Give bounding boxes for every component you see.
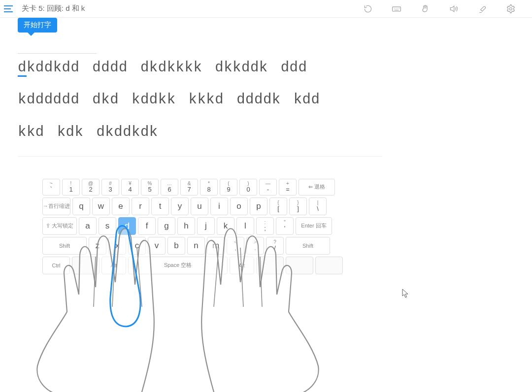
- key-6[interactable]: …6: [161, 179, 178, 196]
- key-[[interactable]: {[: [269, 197, 287, 215]
- typing-word: kkd: [18, 124, 44, 140]
- typing-word: kdk: [57, 124, 84, 140]
- key-9[interactable]: (9: [220, 179, 237, 196]
- typing-word: kkkd: [189, 92, 224, 108]
- key-`[interactable]: ~`: [42, 179, 60, 196]
- key-shift-right[interactable]: Shift: [286, 237, 330, 255]
- key-m[interactable]: m: [207, 237, 225, 255]
- key-u[interactable]: u: [191, 197, 208, 215]
- key-p[interactable]: p: [250, 197, 267, 215]
- top-bar: 关卡 5: 回顾: d 和 k: [0, 0, 532, 18]
- virtual-keyboard: ~`!1@2#3¥4%5…6&7*8(9)0—-+=⇐ 退格 →首行缩进qwer…: [42, 179, 343, 274]
- key-,[interactable]: <,: [227, 237, 244, 255]
- key-capslock[interactable]: ⇪ 大写锁定: [42, 217, 77, 235]
- key--[interactable]: —-: [259, 179, 277, 196]
- key-x[interactable]: x: [108, 237, 126, 255]
- mouse-cursor-icon: [402, 289, 409, 298]
- key-8[interactable]: *8: [200, 179, 218, 196]
- key-h[interactable]: h: [177, 217, 195, 235]
- key-ctrl-left[interactable]: Ctrl: [42, 257, 70, 274]
- key-3[interactable]: #3: [101, 179, 119, 196]
- restart-icon[interactable]: [363, 3, 373, 14]
- key-\[interactable]: |\: [309, 197, 327, 215]
- key-q[interactable]: q: [72, 197, 90, 215]
- key-;[interactable]: :;: [256, 217, 274, 235]
- key-c[interactable]: c: [128, 237, 146, 255]
- svg-rect-0: [393, 6, 401, 11]
- key-shift-left[interactable]: Shift: [42, 237, 87, 255]
- key-'[interactable]: "': [276, 217, 294, 235]
- typing-word: dkddkdk: [96, 124, 158, 140]
- key-e[interactable]: e: [112, 197, 130, 215]
- typing-word: ddddk: [236, 92, 281, 108]
- settings-icon[interactable]: [505, 3, 516, 14]
- menu-icon[interactable]: [4, 3, 15, 14]
- key-o[interactable]: o: [230, 197, 248, 215]
- typing-word: dkd: [92, 92, 119, 108]
- typing-word: ddd: [281, 60, 307, 76]
- key-i[interactable]: i: [210, 197, 228, 215]
- typing-text: dkddkdddddddkdkkkkdkkddkdddkdddddddkdkdd…: [18, 53, 382, 148]
- key-v[interactable]: v: [148, 237, 166, 255]
- key-z[interactable]: z: [89, 237, 106, 255]
- typing-word: kddkk: [132, 92, 176, 108]
- key-r[interactable]: r: [132, 197, 149, 215]
- key-blank[interactable]: [286, 257, 313, 274]
- key-alt-right[interactable]: Alt: [230, 257, 254, 274]
- key-w[interactable]: w: [92, 197, 110, 215]
- key-t[interactable]: t: [151, 197, 169, 215]
- key-5[interactable]: %5: [141, 179, 159, 196]
- typing-cursor-char: d: [18, 60, 27, 76]
- typing-word: dkddkdd: [18, 60, 79, 76]
- key-b[interactable]: b: [167, 237, 185, 255]
- hand-icon[interactable]: [420, 3, 431, 14]
- typing-word: dkkddk: [215, 60, 267, 76]
- key-alt-left[interactable]: Alt: [101, 257, 126, 274]
- key-2[interactable]: @2: [82, 179, 100, 196]
- typing-word: dddd: [92, 60, 128, 76]
- topbar-actions: [363, 3, 516, 14]
- key-g[interactable]: g: [158, 217, 175, 235]
- key-.[interactable]: >.: [246, 237, 264, 255]
- typing-word: kdddddd: [18, 92, 79, 108]
- start-typing-tooltip: 开始打字: [18, 18, 57, 33]
- key-n[interactable]: n: [187, 237, 205, 255]
- key-l[interactable]: l: [236, 217, 254, 235]
- key-][interactable]: }]: [289, 197, 307, 215]
- key-7[interactable]: &7: [180, 179, 198, 196]
- key-k[interactable]: k: [217, 217, 234, 235]
- key-/[interactable]: ?/: [266, 237, 284, 255]
- key-backspace[interactable]: ⇐ 退格: [299, 179, 335, 196]
- key-tab[interactable]: →首行缩进: [42, 197, 70, 215]
- key-d[interactable]: d: [118, 217, 136, 235]
- key-f[interactable]: f: [138, 217, 156, 235]
- key-blank[interactable]: [72, 257, 100, 274]
- lesson-title: 关卡 5: 回顾: d 和 k: [22, 4, 85, 13]
- typing-area[interactable]: dkddkdddddddkdkkkkdkkddkdddkdddddddkdkdd…: [18, 53, 382, 157]
- svg-point-1: [510, 7, 512, 10]
- key-j[interactable]: j: [197, 217, 215, 235]
- key-a[interactable]: a: [79, 217, 97, 235]
- key-y[interactable]: y: [171, 197, 189, 215]
- key-s[interactable]: s: [99, 217, 116, 235]
- key-enter[interactable]: Enter 回车: [296, 217, 332, 235]
- theme-icon[interactable]: [477, 3, 488, 14]
- key-=[interactable]: +=: [279, 179, 297, 196]
- typing-word: kdd: [294, 92, 320, 108]
- sound-icon[interactable]: [448, 3, 459, 14]
- content: 开始打字 dkddkdddddddkdkkkkdkkddkdddkddddddd…: [0, 18, 532, 274]
- keyboard-icon[interactable]: [391, 3, 402, 14]
- key-4[interactable]: ¥4: [121, 179, 139, 196]
- key-blank[interactable]: [315, 257, 343, 274]
- typing-word: dkdkkkk: [140, 60, 202, 76]
- key-space[interactable]: Space 空格: [128, 257, 228, 274]
- key-1[interactable]: !1: [62, 179, 80, 196]
- key-blank[interactable]: [256, 257, 284, 274]
- key-0[interactable]: )0: [239, 179, 257, 196]
